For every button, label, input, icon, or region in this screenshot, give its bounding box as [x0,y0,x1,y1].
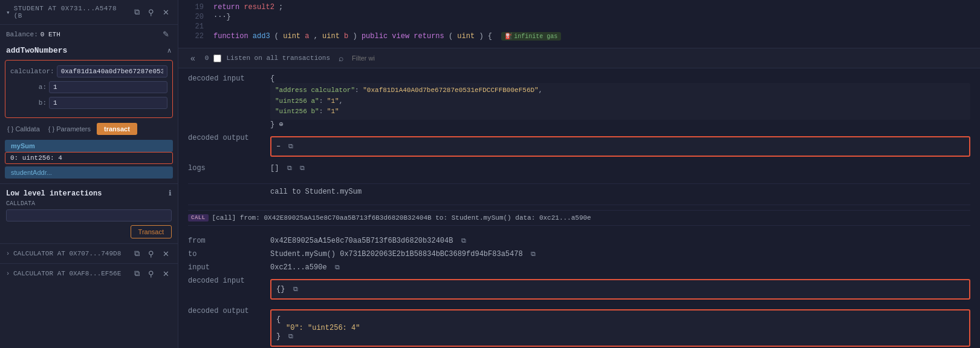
tx-topbar: « 0 Listen on all transactions ⌕ [178,48,980,68]
decoded-output-inner: "0": "uint256: 4" [276,324,964,332]
contract-2-copy-button[interactable]: ⧉ [132,268,142,280]
decoded-output-key-2: decoded output [188,307,261,348]
decoded-input-2-copy-icon[interactable]: ⧉ [293,286,298,293]
chevron-right-icon-2: › [6,271,10,277]
edit-balance-button[interactable]: ✎ [160,28,172,40]
decoded-input-json-open: {} [276,285,290,294]
param-type-2: uint [322,32,340,41]
listen-checkbox[interactable] [213,54,221,62]
studentaddr-button[interactable]: studentAddr... [5,166,173,179]
code-line-21: 21 [178,22,980,31]
to-row: to Student.mySum() 0x731B202063E2b1B5883… [188,250,970,258]
json-address: "address calculator": "0xaf81D1A40A0d7be… [275,85,965,96]
from-val: 0x42E89025aA15e8c70aa5B713f6B3d6820b3240… [270,237,970,245]
to-copy-icon[interactable]: ⧉ [531,251,536,258]
transact-button[interactable]: transact [97,123,137,135]
mysum-button[interactable]: mySum [5,140,173,152]
contract-item-1: › CALCULATOR AT 0X707...749D8 ⧉ ⚲ ✕ [0,243,178,263]
copy-button[interactable]: ⧉ [132,6,142,18]
keyword-return: return [213,3,239,11]
contract-2-pin-button[interactable]: ⚲ [146,268,157,280]
decoded-output-row-1: decoded output – ⧉ [188,134,970,159]
calculator-row: calculator: [10,65,167,77]
return-type: uint [457,32,475,41]
log-section-call: call to Student.mySum [188,184,970,205]
param-b: b [344,32,348,41]
line-num-20: 20 [186,13,204,21]
collapse-panel-button[interactable]: « [186,52,200,64]
decoded-output-key-1: decoded output [188,134,261,159]
line-num-19: 19 [186,3,204,11]
tx-area[interactable]: decoded input { "address calculator": "0… [178,68,980,348]
to-key: to [188,250,261,258]
chevron-down-icon: ▾ [6,8,10,16]
balance-value: 0 ETH [41,31,160,38]
calldata-button[interactable]: { } Calldata [5,124,42,134]
code-line-19: 19 return result2 ; [178,2,980,12]
keyword-public: public [362,32,388,41]
parameters-button[interactable]: { } Parameters [46,124,93,134]
call-line: CALL [call] from: 0X42E89025aA15e8C70aa5… [188,210,970,226]
action-buttons: { } Calldata { } Parameters transact [0,120,178,137]
calldata-field[interactable] [6,209,172,222]
collapse-section-button[interactable]: ∧ [167,47,172,54]
a-label: a: [10,84,47,91]
logs-val-1: [] ⧉ ⧉ [270,164,970,172]
decoded-output-2-copy-icon[interactable]: ⧉ [288,333,293,340]
param-type-1: uint [283,32,300,41]
decoded-output-row-2: decoded output { "0": "uint256: 4" } ⧉ [188,307,970,348]
a-input[interactable] [49,81,167,93]
student-header-title: STUDENT AT 0X731...A5478 (B [14,5,128,19]
log-section-1: decoded input { "address calculator": "0… [188,68,970,184]
low-level-title: Low level interactions [6,189,102,198]
sidebar: ▾ STUDENT AT 0X731...A5478 (B ⧉ ⚲ ✕ Bala… [0,0,178,348]
input-val: 0xc21...a590e ⧉ [270,263,970,272]
contract-item-1-title: CALCULATOR AT 0X707...749D8 [13,250,128,257]
input-row: input 0xc21...a590e ⧉ [188,263,970,272]
b-row: b: [10,97,167,109]
search-button[interactable]: ⌕ [335,52,347,64]
line-num-21: 21 [186,22,204,31]
pin-button[interactable]: ⚲ [146,7,157,18]
contract-1-copy-button[interactable]: ⧉ [132,248,142,260]
call-line-text: [call] from: 0X42E89025aA15e8C70aa5B713f… [212,214,591,222]
fn-name-add3: add3 [253,32,270,41]
keyword-function: function [213,32,248,41]
calldata-label: Calldata [15,125,39,133]
calculator-input[interactable] [57,65,167,77]
code-semicolon: ; [279,3,283,11]
code-line-20: 20 ···} [178,12,980,22]
decoded-input-key-1: decoded input [188,74,261,129]
filter-input[interactable] [352,54,973,62]
code-line-22: 22 function add3 ( uint a , uint b ) pub… [178,31,980,41]
contract-1-close-button[interactable]: ✕ [160,248,172,260]
decoded-input-box-2: {} ⧉ [270,279,970,300]
log-section-2: from 0x42E89025aA15e8c70aa5B713f6B3d6820… [188,231,970,348]
decoded-input-row-2: decoded input {} ⧉ [188,277,970,302]
logs-key-1: logs [188,164,261,172]
close-button[interactable]: ✕ [160,7,172,18]
decoded-input-json-1: "address calculator": "0xaf81D1A40A0d7be… [270,83,970,120]
b-input[interactable] [49,97,167,109]
contract-1-pin-button[interactable]: ⚲ [146,248,157,260]
logs-copy-icon[interactable]: ⧉ [287,165,292,172]
call-to-key [188,188,261,196]
decoded-input-val-1: { "address calculator": "0xaf81D1A40A0d7… [270,74,970,129]
transact-low-button[interactable]: Transact [131,225,172,238]
contract-item-2: › CALCULATOR AT 0XAF8...EF56E ⧉ ⚲ ✕ [0,263,178,283]
json-uint256-b: "uint256 b": "1" [275,107,965,117]
call-badge: CALL [188,214,209,222]
input-copy-icon[interactable]: ⧉ [335,264,340,271]
listen-label: Listen on all transactions [226,54,330,62]
balance-row: Balance: 0 ETH ✎ [0,25,178,44]
from-row: from 0x42E89025aA15e8c70aa5B713f6B3d6820… [188,237,970,245]
from-copy-icon[interactable]: ⧉ [461,237,466,245]
decoded-output-box-1: – ⧉ [270,136,970,157]
from-key: from [188,237,261,245]
keyword-view: view [392,32,409,41]
logs-copy-icon-2[interactable]: ⧉ [300,165,305,172]
balance-label: Balance: [6,31,38,38]
param-a: a [305,32,309,41]
decoded-output-copy-icon[interactable]: ⧉ [288,143,293,150]
contract-2-close-button[interactable]: ✕ [160,268,172,280]
